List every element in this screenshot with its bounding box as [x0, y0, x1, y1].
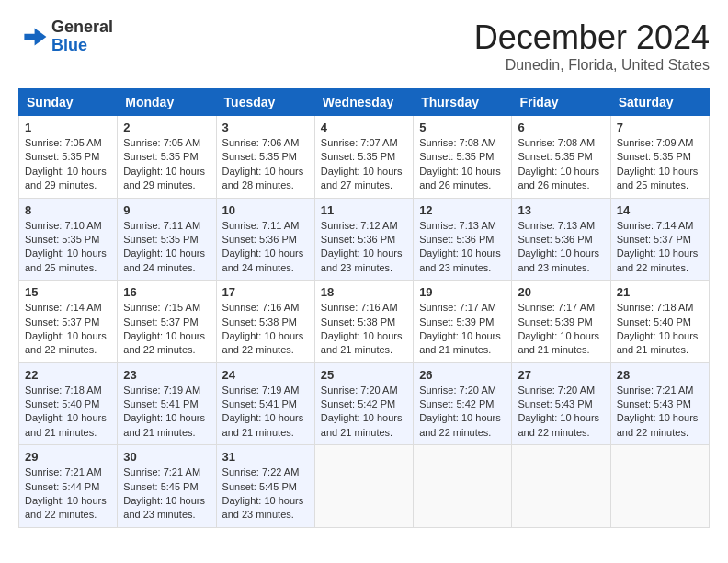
day-info: Sunrise: 7:17 AM Sunset: 5:39 PM Dayligh… [419, 301, 506, 358]
day-number: 18 [321, 285, 407, 299]
day-info: Sunrise: 7:13 AM Sunset: 5:36 PM Dayligh… [419, 219, 506, 276]
day-info: Sunrise: 7:17 AM Sunset: 5:39 PM Dayligh… [518, 301, 604, 358]
calendar-cell: 5Sunrise: 7:08 AM Sunset: 5:35 PM Daylig… [414, 116, 512, 199]
day-number: 21 [617, 285, 703, 299]
calendar-cell [414, 445, 512, 528]
calendar-cell: 23Sunrise: 7:19 AM Sunset: 5:41 PM Dayli… [118, 362, 216, 445]
calendar-cell: 30Sunrise: 7:21 AM Sunset: 5:45 PM Dayli… [118, 445, 216, 528]
svg-marker-1 [24, 28, 46, 45]
calendar-cell: 25Sunrise: 7:20 AM Sunset: 5:42 PM Dayli… [314, 362, 413, 445]
day-info: Sunrise: 7:22 AM Sunset: 5:45 PM Dayligh… [222, 465, 309, 523]
calendar-cell: 20Sunrise: 7:17 AM Sunset: 5:39 PM Dayli… [512, 281, 610, 363]
calendar-cell: 17Sunrise: 7:16 AM Sunset: 5:38 PM Dayli… [216, 281, 314, 363]
calendar-cell: 24Sunrise: 7:19 AM Sunset: 5:41 PM Dayli… [216, 362, 314, 445]
day-number: 8 [25, 203, 111, 217]
day-info: Sunrise: 7:12 AM Sunset: 5:36 PM Dayligh… [321, 219, 407, 276]
calendar-week-row-4: 22Sunrise: 7:18 AM Sunset: 5:40 PM Dayli… [19, 362, 710, 445]
day-number: 6 [518, 121, 604, 134]
location-title: Dunedin, Florida, United States [474, 57, 710, 74]
calendar-cell: 11Sunrise: 7:12 AM Sunset: 5:36 PM Dayli… [314, 198, 413, 281]
day-info: Sunrise: 7:06 AM Sunset: 5:35 PM Dayligh… [222, 136, 309, 193]
header: General Blue December 2024 Dunedin, Flor… [18, 18, 710, 74]
calendar-cell [512, 445, 610, 528]
day-info: Sunrise: 7:09 AM Sunset: 5:35 PM Dayligh… [617, 136, 703, 193]
calendar-cell: 15Sunrise: 7:14 AM Sunset: 5:37 PM Dayli… [19, 281, 118, 363]
day-number: 26 [419, 368, 506, 382]
calendar-cell: 16Sunrise: 7:15 AM Sunset: 5:37 PM Dayli… [118, 281, 216, 363]
day-info: Sunrise: 7:16 AM Sunset: 5:38 PM Dayligh… [222, 301, 309, 358]
weekday-header-saturday: Saturday [610, 89, 709, 116]
weekday-header-tuesday: Tuesday [216, 89, 314, 116]
calendar-cell: 22Sunrise: 7:18 AM Sunset: 5:40 PM Dayli… [19, 362, 118, 445]
day-number: 24 [222, 368, 309, 382]
day-info: Sunrise: 7:07 AM Sunset: 5:35 PM Dayligh… [321, 136, 407, 193]
day-number: 14 [617, 203, 703, 217]
weekday-header-monday: Monday [118, 89, 216, 116]
calendar-cell [314, 445, 413, 528]
day-info: Sunrise: 7:05 AM Sunset: 5:35 PM Dayligh… [123, 136, 210, 193]
calendar-cell: 31Sunrise: 7:22 AM Sunset: 5:45 PM Dayli… [216, 445, 314, 528]
calendar-week-row-2: 8Sunrise: 7:10 AM Sunset: 5:35 PM Daylig… [19, 198, 710, 281]
calendar-cell: 7Sunrise: 7:09 AM Sunset: 5:35 PM Daylig… [610, 116, 709, 199]
day-info: Sunrise: 7:20 AM Sunset: 5:43 PM Dayligh… [518, 384, 604, 441]
day-number: 15 [25, 285, 111, 299]
calendar-cell: 13Sunrise: 7:13 AM Sunset: 5:36 PM Dayli… [512, 198, 610, 281]
calendar-cell: 28Sunrise: 7:21 AM Sunset: 5:43 PM Dayli… [610, 362, 709, 445]
calendar-cell: 1Sunrise: 7:05 AM Sunset: 5:35 PM Daylig… [19, 116, 118, 199]
day-number: 5 [419, 121, 506, 134]
day-number: 2 [123, 121, 210, 134]
day-info: Sunrise: 7:21 AM Sunset: 5:44 PM Dayligh… [25, 465, 111, 523]
weekday-header-thursday: Thursday [414, 89, 512, 116]
day-info: Sunrise: 7:20 AM Sunset: 5:42 PM Dayligh… [321, 384, 407, 441]
day-number: 27 [518, 368, 604, 382]
day-number: 29 [25, 450, 111, 464]
day-number: 11 [321, 203, 407, 217]
day-number: 22 [25, 368, 111, 382]
day-number: 16 [123, 285, 210, 299]
day-number: 10 [222, 203, 309, 217]
day-number: 19 [419, 285, 506, 299]
day-info: Sunrise: 7:18 AM Sunset: 5:40 PM Dayligh… [617, 301, 703, 358]
day-info: Sunrise: 7:08 AM Sunset: 5:35 PM Dayligh… [419, 136, 506, 193]
weekday-header-wednesday: Wednesday [314, 89, 413, 116]
title-area: December 2024 Dunedin, Florida, United S… [474, 18, 710, 74]
logo-text: General Blue [51, 18, 113, 55]
calendar-cell: 14Sunrise: 7:14 AM Sunset: 5:37 PM Dayli… [610, 198, 709, 281]
day-number: 12 [419, 203, 506, 217]
calendar-cell: 27Sunrise: 7:20 AM Sunset: 5:43 PM Dayli… [512, 362, 610, 445]
day-info: Sunrise: 7:11 AM Sunset: 5:35 PM Dayligh… [123, 219, 210, 276]
day-number: 9 [123, 203, 210, 217]
calendar-week-row-1: 1Sunrise: 7:05 AM Sunset: 5:35 PM Daylig… [19, 116, 710, 199]
day-info: Sunrise: 7:08 AM Sunset: 5:35 PM Dayligh… [518, 136, 604, 193]
logo-blue-text: Blue [51, 37, 113, 55]
day-number: 25 [321, 368, 407, 382]
logo-general-text: General [51, 18, 113, 37]
calendar-cell: 3Sunrise: 7:06 AM Sunset: 5:35 PM Daylig… [216, 116, 314, 199]
month-title: December 2024 [474, 18, 710, 57]
day-number: 20 [518, 285, 604, 299]
day-info: Sunrise: 7:14 AM Sunset: 5:37 PM Dayligh… [25, 301, 111, 358]
calendar-cell [610, 445, 709, 528]
day-number: 30 [123, 450, 210, 464]
calendar-week-row-5: 29Sunrise: 7:21 AM Sunset: 5:44 PM Dayli… [19, 445, 710, 528]
day-number: 1 [25, 121, 111, 134]
day-info: Sunrise: 7:14 AM Sunset: 5:37 PM Dayligh… [617, 219, 703, 276]
calendar-cell: 21Sunrise: 7:18 AM Sunset: 5:40 PM Dayli… [610, 281, 709, 363]
weekday-header-row: SundayMondayTuesdayWednesdayThursdayFrid… [19, 89, 710, 116]
calendar-cell: 8Sunrise: 7:10 AM Sunset: 5:35 PM Daylig… [19, 198, 118, 281]
calendar-cell: 2Sunrise: 7:05 AM Sunset: 5:35 PM Daylig… [118, 116, 216, 199]
day-info: Sunrise: 7:19 AM Sunset: 5:41 PM Dayligh… [222, 384, 309, 441]
day-number: 17 [222, 285, 309, 299]
calendar-cell: 4Sunrise: 7:07 AM Sunset: 5:35 PM Daylig… [314, 116, 413, 199]
calendar-cell: 10Sunrise: 7:11 AM Sunset: 5:36 PM Dayli… [216, 198, 314, 281]
calendar-cell: 26Sunrise: 7:20 AM Sunset: 5:42 PM Dayli… [414, 362, 512, 445]
day-number: 7 [617, 121, 703, 134]
calendar-cell: 9Sunrise: 7:11 AM Sunset: 5:35 PM Daylig… [118, 198, 216, 281]
day-info: Sunrise: 7:10 AM Sunset: 5:35 PM Dayligh… [25, 219, 111, 276]
calendar: SundayMondayTuesdayWednesdayThursdayFrid… [18, 88, 710, 528]
day-info: Sunrise: 7:20 AM Sunset: 5:42 PM Dayligh… [419, 384, 506, 441]
weekday-header-sunday: Sunday [19, 89, 118, 116]
weekday-header-friday: Friday [512, 89, 610, 116]
day-number: 13 [518, 203, 604, 217]
day-info: Sunrise: 7:05 AM Sunset: 5:35 PM Dayligh… [25, 136, 111, 193]
